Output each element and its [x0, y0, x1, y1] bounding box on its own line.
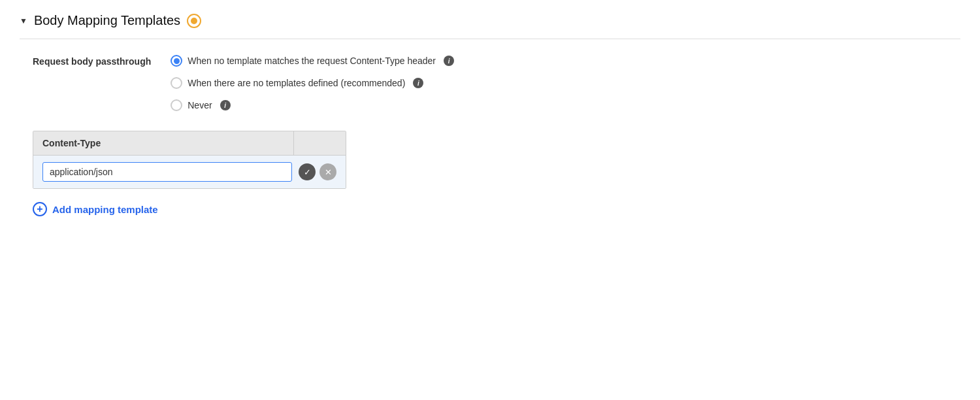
- action-column-header: [293, 131, 346, 155]
- radio-label-2: When there are no templates defined (rec…: [188, 78, 405, 88]
- collapse-chevron[interactable]: ▼: [20, 16, 27, 25]
- status-indicator: [187, 14, 201, 28]
- radio-button-2[interactable]: [171, 77, 182, 89]
- action-buttons: ✓ ✕: [299, 163, 336, 180]
- content-type-input[interactable]: [42, 162, 292, 182]
- info-icon-1[interactable]: i: [444, 56, 454, 66]
- info-icon-3[interactable]: i: [220, 100, 231, 110]
- passthrough-label: Request body passthrough: [33, 55, 151, 67]
- radio-button-3[interactable]: [171, 99, 182, 111]
- confirm-button[interactable]: ✓: [299, 163, 316, 180]
- content-type-table: Content-Type ✓ ✕: [33, 131, 346, 189]
- radio-option-2[interactable]: When there are no templates defined (rec…: [171, 77, 454, 89]
- radio-option-3[interactable]: Never i: [171, 99, 454, 111]
- passthrough-section: Request body passthrough When no templat…: [33, 55, 960, 111]
- radio-option-1[interactable]: When no template matches the request Con…: [171, 55, 454, 67]
- radio-options-group: When no template matches the request Con…: [171, 55, 454, 111]
- radio-label-1: When no template matches the request Con…: [188, 56, 436, 66]
- table-header-row: Content-Type: [33, 131, 346, 156]
- radio-button-1[interactable]: [171, 55, 182, 67]
- radio-label-3: Never: [188, 100, 212, 110]
- section-divider: [20, 39, 960, 39]
- add-mapping-icon[interactable]: +: [33, 202, 47, 216]
- radio-selected-indicator-1: [174, 58, 180, 64]
- cancel-button[interactable]: ✕: [319, 163, 336, 180]
- add-mapping-row[interactable]: + Add mapping template: [33, 202, 960, 216]
- add-mapping-label[interactable]: Add mapping template: [52, 204, 158, 215]
- section-title: Body Mapping Templates: [34, 13, 180, 28]
- status-dot-inner: [191, 18, 197, 24]
- info-icon-2[interactable]: i: [413, 78, 423, 88]
- section-header: ▼ Body Mapping Templates: [20, 13, 960, 28]
- content-type-column-header: Content-Type: [33, 131, 293, 155]
- content-type-row: ✓ ✕: [33, 156, 346, 188]
